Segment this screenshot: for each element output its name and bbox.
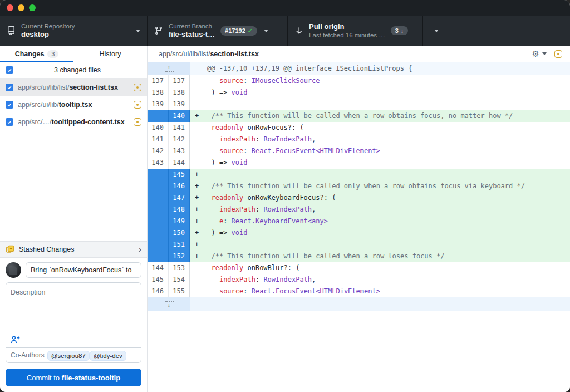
diff-code: + — [190, 169, 570, 180]
old-line-number[interactable] — [148, 180, 169, 192]
diff-line-added: 140+ /** This function will be called wh… — [148, 110, 570, 122]
pull-options-dropdown[interactable] — [423, 16, 450, 46]
old-line-number[interactable]: 143 — [148, 157, 169, 169]
diff-code: source: React.FocusEvent<HTMLDivElement> — [190, 145, 570, 157]
diff-marker: + — [190, 192, 203, 204]
branch-label: Current Branch — [169, 22, 215, 30]
close-window-button[interactable] — [7, 4, 13, 11]
file-include-checkbox[interactable] — [6, 101, 13, 109]
file-include-checkbox[interactable] — [6, 118, 13, 126]
chevron-down-icon — [434, 30, 439, 32]
new-line-number[interactable]: 155 — [169, 286, 190, 297]
new-line-number[interactable]: 140 — [169, 110, 190, 122]
old-line-number[interactable] — [148, 239, 169, 251]
diff-line-added: 150+ ) => void — [148, 227, 570, 239]
new-line-number[interactable]: 150 — [169, 227, 190, 239]
new-line-number[interactable]: 153 — [169, 262, 190, 274]
old-line-number[interactable]: 144 — [148, 262, 169, 274]
chevron-right-icon: › — [139, 245, 141, 254]
diff-line-context: 143144 ) => void — [148, 157, 570, 169]
diff-code: ) => void — [190, 157, 570, 169]
modified-status-icon — [554, 50, 562, 58]
zoom-window-button[interactable] — [29, 4, 36, 11]
old-line-number[interactable]: 137 — [148, 75, 169, 87]
new-line-number[interactable]: 143 — [169, 145, 190, 157]
diff-marker — [190, 145, 203, 157]
pull-origin-button[interactable]: Pull origin Last fetched 16 minutes … 3↓ — [288, 16, 423, 46]
diff-line-added: 146+ /** This function will be called on… — [148, 180, 570, 192]
diff-marker: + — [190, 215, 203, 227]
new-line-number[interactable]: 152 — [169, 251, 190, 262]
minimize-window-button[interactable] — [18, 4, 24, 11]
coauthor-chip[interactable]: @tidy-dev — [90, 351, 126, 361]
diff-code: ) => void — [190, 87, 570, 99]
old-line-number[interactable] — [148, 192, 169, 204]
old-line-number[interactable] — [148, 215, 169, 227]
old-line-number[interactable] — [148, 169, 169, 180]
stashed-changes-row[interactable]: Stashed Changes › — [0, 241, 147, 258]
diff-line-added: 151+ — [148, 239, 570, 251]
new-line-number[interactable]: 149 — [169, 215, 190, 227]
changes-count-badge: 3 — [47, 50, 58, 58]
diff-line-added: 149+ e: React.KeyboardEvent<any> — [148, 215, 570, 227]
tab-changes[interactable]: Changes 3 — [0, 46, 73, 62]
old-line-number[interactable]: 140 — [148, 122, 169, 134]
file-row[interactable]: app/src/…/tooltipped-content.tsx — [0, 113, 147, 130]
new-line-number[interactable]: 151 — [169, 239, 190, 251]
new-line-number[interactable]: 145 — [169, 169, 190, 180]
file-row[interactable]: app/src/ui/lib/tooltip.tsx — [0, 96, 147, 113]
coauthors-row: Co-Authors @sergiou87@tidy-dev — [6, 347, 141, 362]
commit-button[interactable]: Commit to file-status-tooltip — [6, 369, 141, 386]
expand-hunk-down-button[interactable]: ↓ — [148, 297, 190, 311]
new-line-number[interactable]: 148 — [169, 204, 190, 215]
repository-switcher-button[interactable]: Current Repository desktop — [0, 16, 148, 46]
branch-switcher-button[interactable]: Current Branch file-status-t… #17192✓ — [148, 16, 288, 46]
hunk-header-text: @@ -137,10 +137,19 @@ interface ISection… — [190, 62, 570, 75]
old-line-number[interactable]: 145 — [148, 274, 169, 286]
file-row[interactable]: app/src/ui/lib/list/section-list.tsx — [0, 79, 147, 96]
expand-down-icon: ↓ — [165, 301, 174, 308]
new-line-number[interactable]: 141 — [169, 122, 190, 134]
diff-options-button[interactable]: ⚙ — [532, 50, 547, 58]
commit-description-field[interactable]: Description — [6, 283, 141, 347]
new-line-number[interactable]: 154 — [169, 274, 190, 286]
new-line-number[interactable]: 146 — [169, 180, 190, 192]
expand-hunk-up-button[interactable]: ↑ — [148, 62, 190, 75]
new-line-number[interactable]: 147 — [169, 192, 190, 204]
diff-code: indexPath: RowIndexPath, — [190, 274, 570, 286]
diff-marker: + — [190, 169, 203, 180]
new-line-number[interactable]: 144 — [169, 157, 190, 169]
old-line-number[interactable] — [148, 227, 169, 239]
repository-label: Current Repository — [21, 22, 75, 30]
old-line-number[interactable]: 146 — [148, 286, 169, 297]
modified-status-icon — [134, 84, 141, 91]
old-line-number[interactable] — [148, 110, 169, 122]
old-line-number[interactable]: 138 — [148, 87, 169, 99]
old-line-number[interactable]: 142 — [148, 145, 169, 157]
old-line-number[interactable] — [148, 251, 169, 262]
new-line-number[interactable]: 142 — [169, 134, 190, 145]
github-desktop-window: Current Repository desktop Current Branc… — [0, 0, 570, 392]
diff-code: source: IMouseClickSource — [190, 75, 570, 87]
pr-status-badge[interactable]: #17192✓ — [220, 26, 257, 36]
repo-icon — [7, 26, 16, 35]
old-line-number[interactable]: 141 — [148, 134, 169, 145]
old-line-number[interactable]: 139 — [148, 99, 169, 110]
coauthor-chip[interactable]: @sergiou87 — [47, 351, 90, 361]
tab-history[interactable]: History — [73, 46, 147, 62]
old-line-number[interactable] — [148, 204, 169, 215]
diff-line-context: 138138 ) => void — [148, 87, 570, 99]
coauthors-label: Co-Authors — [11, 351, 45, 359]
new-line-number[interactable]: 139 — [169, 99, 190, 110]
stash-icon — [6, 245, 14, 254]
diff-line-context: 140141 readonly onRowFocus?: ( — [148, 122, 570, 134]
commit-summary-input[interactable] — [26, 262, 141, 278]
sidebar-spacer — [0, 130, 147, 241]
new-line-number[interactable]: 138 — [169, 87, 190, 99]
include-all-checkbox[interactable] — [6, 66, 13, 74]
diff-code: + /** This function will be called only … — [190, 180, 570, 192]
diff-code: + readonly onRowKeyboardFocus?: ( — [190, 192, 570, 204]
new-line-number[interactable]: 137 — [169, 75, 190, 87]
add-coauthor-icon[interactable] — [11, 335, 21, 344]
file-include-checkbox[interactable] — [6, 84, 13, 91]
